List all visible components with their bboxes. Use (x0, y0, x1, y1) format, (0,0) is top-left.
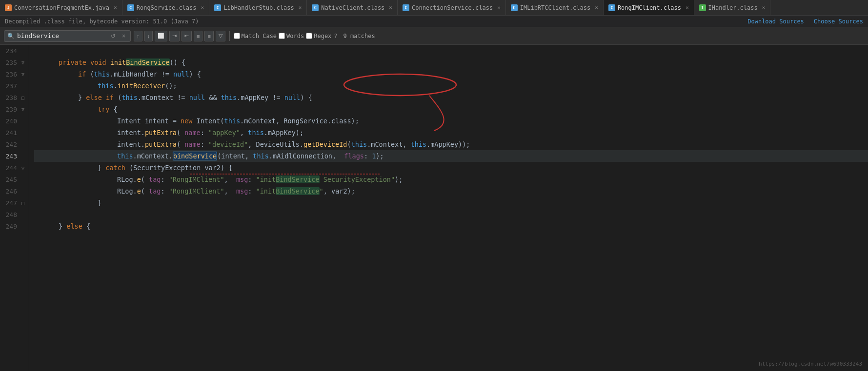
fold-marker-235[interactable]: ▽ (19, 60, 27, 65)
dot-getdeviceid: . (300, 140, 303, 148)
mcontext-cmp: .mContext != (138, 94, 189, 101)
str-rongimclient2: "RongIMClient" (169, 187, 224, 195)
dot-init: . (114, 82, 118, 90)
semi1: (); (165, 82, 177, 90)
kw-this8: this (411, 140, 427, 148)
fold-marker-238[interactable]: □ (19, 95, 27, 100)
paren-intent: ( (220, 117, 224, 125)
words-option[interactable]: Words (279, 33, 304, 39)
tab-close-btn[interactable]: × (114, 4, 117, 11)
colon-msg2: : (248, 187, 256, 195)
colon2: : (201, 140, 208, 148)
type-deviceutils: DeviceUtils (256, 140, 300, 148)
filter-btn3[interactable]: ≡ (194, 31, 202, 41)
paren-rlog2: ( (141, 187, 149, 195)
kw-this4: this (221, 94, 237, 101)
kw-else: else (66, 222, 86, 230)
tab-connectionservice[interactable]: C ConnectionService.class × (398, 0, 506, 16)
gutter-237: 237 (0, 80, 29, 92)
tab-label: RongService.class (137, 4, 197, 11)
line-num-245: 245 (4, 176, 19, 183)
search-clear-btn[interactable]: ↺ (109, 32, 118, 40)
tab-close-btn[interactable]: × (686, 4, 689, 11)
kw-this10: this (253, 152, 269, 160)
filter-btn4[interactable]: ≡ (204, 31, 213, 41)
regex-checkbox[interactable] (306, 33, 312, 39)
var2-catch: var2) { (201, 164, 232, 172)
code-area: 234 235 ▽ 236 ▽ 237 238 □ 239 ▽ 240 241 (0, 45, 868, 371)
mappkey-arg2: .mAppKey)); (426, 140, 470, 148)
tab-imlibrtcclient[interactable]: C IMLibRTCClient.class × (506, 0, 604, 16)
code-line-237: this . initReceiver (); (34, 80, 868, 92)
tab-label: ConversationFragmentEx.java (14, 4, 109, 11)
tab-close-btn[interactable]: × (299, 4, 302, 11)
tab-conversation[interactable]: J ConversationFragmentEx.java × (0, 0, 122, 16)
str-init1: "init (256, 176, 276, 183)
gutter-246: 246 (0, 185, 29, 197)
class-file-icon: C (214, 4, 221, 11)
gutter-240: 240 (0, 115, 29, 127)
filter-btn2[interactable]: ⇤ (182, 31, 192, 41)
line-number-gutter: 234 235 ▽ 236 ▽ 237 238 □ 239 ▽ 240 241 (0, 45, 29, 371)
str-rongimclient1: "RongIMClient" (169, 176, 224, 183)
colon-tag2: : (161, 187, 168, 195)
colon-msg1: : (248, 176, 256, 183)
str-init2: "init (256, 187, 276, 195)
words-checkbox[interactable] (279, 33, 285, 39)
class-file-icon: C (511, 4, 518, 11)
match-case-option[interactable]: Match Case (234, 33, 277, 39)
type-rongservice: RongService (283, 117, 327, 125)
match-case-checkbox[interactable] (234, 33, 240, 39)
filter-btn1[interactable]: ⇥ (169, 31, 180, 41)
code-wrapper: private void initBindService() { if ( th… (29, 45, 868, 371)
method-highlight-bindService: BindService (126, 59, 169, 66)
info-bar-links: Download Sources Choose Sources (747, 18, 863, 25)
tab-close-btn[interactable]: × (762, 4, 766, 11)
search-close-btn[interactable]: × (120, 32, 127, 40)
code-line-248 (34, 209, 868, 220)
comma-putextra2: , (248, 140, 256, 148)
search-input[interactable] (17, 32, 106, 39)
code-line-235: private void initBindService() { (34, 57, 868, 68)
brace-if: ) { (189, 70, 201, 78)
kw-this7: this (351, 140, 367, 148)
tab-rongimclient[interactable]: C RongIMClient.class × (604, 0, 694, 16)
tab-close-btn[interactable]: × (389, 4, 392, 11)
kw-private: private (59, 59, 90, 66)
tab-libhandlerstub[interactable]: C LibHandlerStub.class × (209, 0, 307, 16)
download-sources-link[interactable]: Download Sources (747, 18, 804, 25)
toggle-highlight-btn[interactable]: ⬜ (155, 31, 167, 41)
tab-label: NativeClient.class (321, 4, 384, 11)
str-deviceId: "deviceId" (208, 140, 248, 148)
tab-rongservice[interactable]: C RongService.class × (122, 0, 209, 16)
line-num-244: 244 (4, 164, 19, 172)
choose-sources-link[interactable]: Choose Sources (814, 18, 863, 25)
code-line-234 (34, 45, 868, 57)
fold-marker-244[interactable]: ▽ (19, 165, 27, 171)
brace-else: { (86, 222, 90, 230)
code-line-246: RLog . e ( tag : "RongIMClient" , msg : … (34, 185, 868, 197)
next-match-btn[interactable]: ↓ (144, 31, 153, 41)
matches-count: 9 matches (343, 33, 375, 39)
paren-this: ( (90, 70, 94, 78)
close-catch: } (98, 199, 101, 207)
tab-label: RongIMClient.class (618, 4, 681, 11)
watermark: https://blog.csdn.net/w690333243 (759, 361, 862, 367)
filter-funnel-btn[interactable]: ▽ (216, 31, 225, 41)
tab-ihandler[interactable]: I IHandler.class × (694, 0, 771, 16)
gutter-243: 243 (0, 150, 29, 162)
tab-close-btn[interactable]: × (595, 4, 598, 11)
prev-match-btn[interactable]: ↑ (134, 31, 142, 41)
tab-close-btn[interactable]: × (497, 4, 501, 11)
fold-marker-239[interactable]: ▽ (19, 107, 27, 112)
mappkey-arg: .mAppKey); (264, 129, 303, 137)
fold-marker-236[interactable]: ▽ (19, 72, 27, 77)
semi-rlog1: ); (395, 176, 403, 183)
tab-close-btn[interactable]: × (201, 4, 204, 11)
tab-nativeclient[interactable]: C NativeClient.class × (307, 0, 398, 16)
regex-option[interactable]: Regex ? (306, 33, 337, 39)
type-securityexception: SecurityException (133, 164, 201, 172)
and-op: && (205, 94, 221, 101)
param-msg1: msg (236, 176, 248, 183)
fold-marker-247[interactable]: □ (19, 200, 27, 206)
